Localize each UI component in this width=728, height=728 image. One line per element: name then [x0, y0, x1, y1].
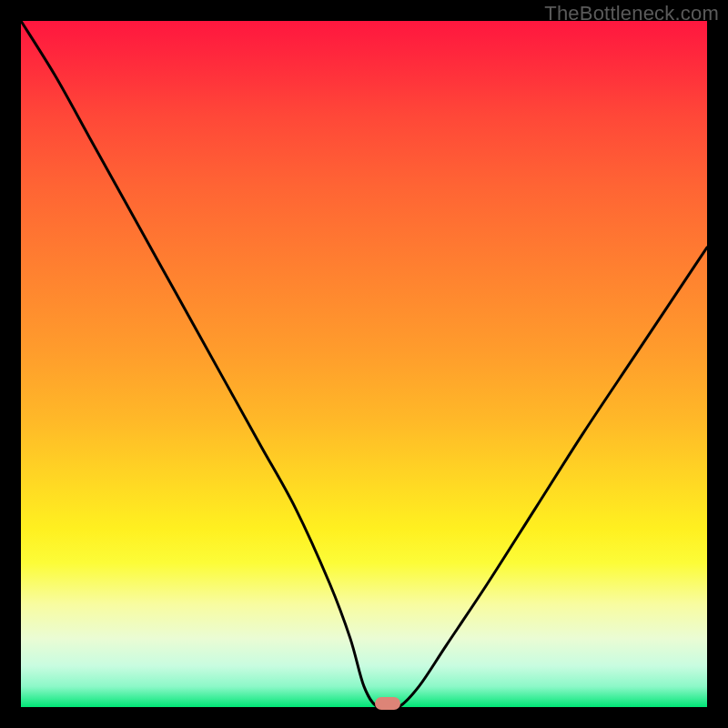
chart-plot-area	[21, 21, 707, 707]
watermark-text: TheBottleneck.com	[544, 2, 719, 25]
optimal-point-marker	[375, 697, 400, 710]
chart-frame: TheBottleneck.com	[0, 0, 728, 728]
bottleneck-curve	[21, 21, 707, 707]
